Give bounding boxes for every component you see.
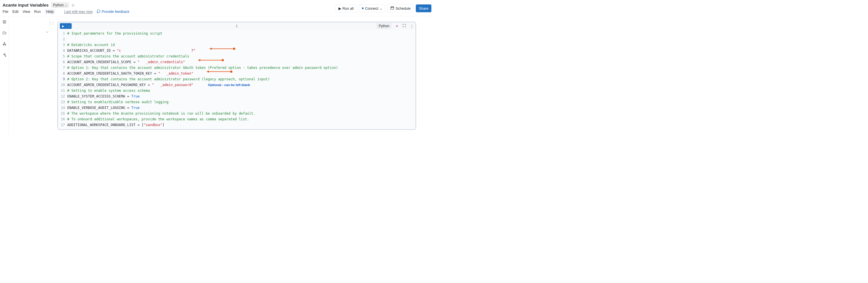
calendar-icon <box>390 6 394 11</box>
connect-label: Connect <box>365 6 378 10</box>
notebook-title: Acante Input Variables <box>3 3 49 7</box>
drag-handle-icon[interactable]: ⋮⋮ <box>48 21 55 25</box>
svg-rect-0 <box>391 7 394 9</box>
sparkle-icon[interactable] <box>2 53 6 58</box>
expand-icon[interactable] <box>402 24 406 29</box>
menu-edit[interactable]: Edit <box>12 9 19 14</box>
ai-sparkle-icon[interactable]: ✦ <box>395 24 399 28</box>
svg-rect-4 <box>5 44 6 45</box>
play-icon: ▶ <box>338 6 341 10</box>
star-icon[interactable]: ☆ <box>71 3 75 7</box>
outline-icon[interactable] <box>2 20 6 25</box>
share-button[interactable]: Share <box>416 4 431 12</box>
run-all-label: Run all <box>342 6 353 10</box>
share-label: Share <box>419 6 428 10</box>
code-cell[interactable]: ▶ ⌵ 1 Python ✦ ⋮ 1# Input parameters for… <box>58 22 416 130</box>
menu-help[interactable]: Help <box>45 9 55 14</box>
chevron-down-icon: ⌵ <box>67 23 72 29</box>
kebab-icon[interactable]: ⋮ <box>410 24 414 28</box>
chevron-down-icon: ⌵ <box>65 3 67 7</box>
collapse-chevron-icon[interactable]: ⌵ <box>46 29 48 34</box>
svg-point-2 <box>4 42 5 43</box>
cell-index: 1 <box>236 24 238 28</box>
schedule-button[interactable]: Schedule <box>388 4 414 12</box>
folder-icon[interactable] <box>2 31 6 36</box>
menu-view[interactable]: View <box>23 9 30 14</box>
feedback-link[interactable]: Provide feedback <box>102 9 130 14</box>
language-label: Python <box>53 3 63 7</box>
speech-bubble-icon <box>97 9 101 14</box>
schema-icon[interactable] <box>2 42 6 47</box>
connect-status-icon <box>362 7 364 9</box>
last-edit-link[interactable]: Last edit was now <box>64 9 92 14</box>
chevron-down-icon: ⌵ <box>380 6 382 10</box>
svg-rect-3 <box>3 44 4 45</box>
menu-file[interactable]: File <box>3 9 8 14</box>
play-icon: ▶ <box>60 23 67 29</box>
menu-run[interactable]: Run <box>34 9 41 14</box>
code-editor[interactable]: 1# Input parameters for the provisioning… <box>58 30 416 130</box>
language-dropdown[interactable]: Python ⌵ <box>51 2 69 8</box>
run-cell-button[interactable]: ▶ ⌵ <box>60 23 72 29</box>
cell-language-pill[interactable]: Python <box>376 23 392 29</box>
run-all-button[interactable]: ▶ Run all <box>335 4 356 12</box>
connect-button[interactable]: Connect ⌵ <box>359 4 385 12</box>
schedule-label: Schedule <box>396 6 410 10</box>
